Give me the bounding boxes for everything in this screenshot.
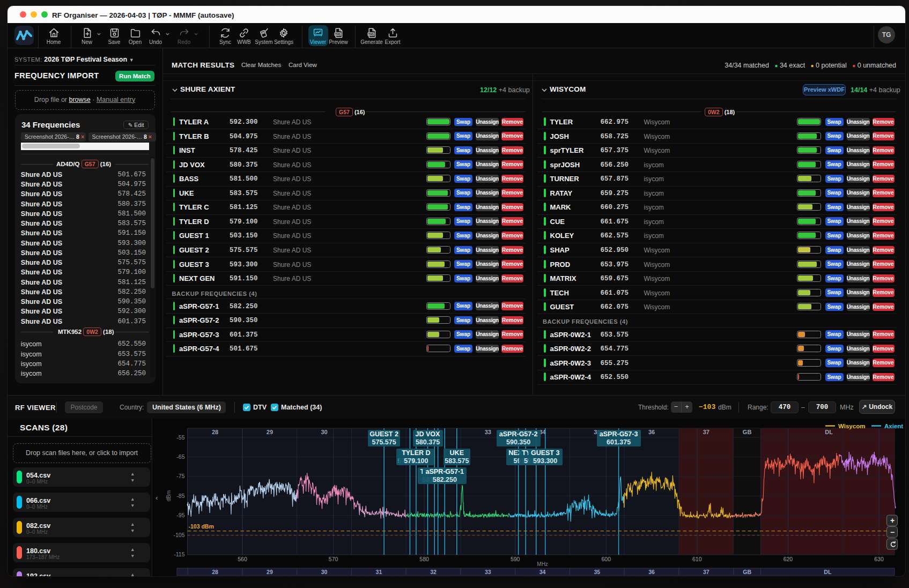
svg-text:-85: -85 [176,493,184,499]
svg-text:610: 610 [692,556,702,562]
svg-text:30: 30 [321,429,327,435]
svg-text:37: 37 [703,569,710,575]
svg-text:34: 34 [540,569,546,575]
svg-text:WDF: WDF [335,33,341,36]
svg-text:DL: DL [824,569,832,575]
svg-text:-95: -95 [176,512,184,518]
svg-text:29: 29 [267,569,273,575]
svg-text:MHz: MHz [537,561,548,567]
svg-text:37: 37 [703,429,710,435]
svg-text:33: 33 [485,569,491,575]
svg-text:620: 620 [784,556,793,562]
svg-text:28: 28 [212,569,218,575]
svg-text:GB: GB [743,569,751,575]
svg-text:590: 590 [511,556,520,562]
svg-text:dBm: dBm [166,490,172,502]
svg-text:+: + [890,516,895,525]
svg-text:Wisycom: Wisycom [838,423,865,429]
svg-text:28: 28 [212,429,218,435]
svg-text:600: 600 [602,556,611,562]
svg-text:-103 dBm: -103 dBm [189,523,214,530]
svg-text:-105: -105 [173,532,184,538]
svg-text:GB: GB [743,429,752,435]
svg-text:-75: -75 [176,473,184,479]
svg-text:-55: -55 [176,434,184,441]
svg-text:Axient: Axient [884,423,903,429]
svg-text:36: 36 [648,429,655,435]
svg-text:29: 29 [267,429,273,435]
svg-text:31: 31 [376,569,382,575]
svg-text:DL: DL [825,429,833,435]
svg-text:WDF: WDF [368,33,374,36]
svg-text:35: 35 [594,569,600,575]
svg-text:30: 30 [321,569,328,575]
svg-text:36: 36 [648,569,655,575]
svg-text:33: 33 [485,429,491,435]
svg-text:32: 32 [430,569,437,575]
svg-text:570: 570 [329,556,338,562]
svg-text:-115: -115 [174,551,184,557]
svg-text:-65: -65 [176,453,184,460]
svg-text:−: − [890,528,895,537]
svg-text:630: 630 [874,556,884,562]
svg-text:560: 560 [238,556,247,562]
svg-text:580: 580 [419,556,429,562]
